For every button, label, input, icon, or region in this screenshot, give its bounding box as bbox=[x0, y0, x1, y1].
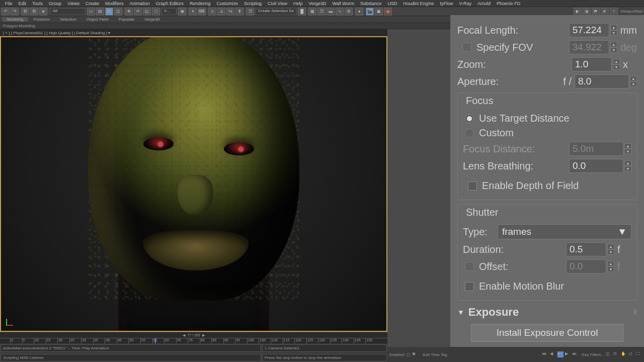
menu-substance[interactable]: Substance bbox=[357, 1, 385, 6]
named-selection-dropdown[interactable]: Create Selection Se bbox=[256, 8, 296, 15]
menu-vray[interactable]: V-Ray bbox=[456, 1, 475, 6]
selection-filter-dropdown[interactable]: All bbox=[50, 8, 86, 15]
lens-breathing-spinner[interactable]: ▲▼ bbox=[624, 160, 631, 171]
enable-dof-checkbox[interactable] bbox=[468, 182, 477, 191]
focal-length-spinner[interactable]: ▲▼ bbox=[610, 25, 617, 36]
menu-wallworm[interactable]: Wall Worm bbox=[329, 1, 357, 6]
time-cursor[interactable] bbox=[155, 338, 156, 343]
play-button[interactable]: ▶ bbox=[557, 351, 564, 357]
redo-button[interactable]: ↷ bbox=[11, 8, 19, 16]
use-target-radio[interactable] bbox=[465, 114, 474, 123]
pan-button[interactable]: ✋ bbox=[621, 351, 627, 357]
shutter-type-select[interactable]: frames▼ bbox=[498, 224, 631, 239]
align-button[interactable]: ▦ bbox=[308, 8, 316, 16]
menu-scripting[interactable]: Scripting bbox=[241, 1, 265, 6]
zoom-spinner[interactable]: ▲▼ bbox=[613, 59, 620, 70]
bind-button[interactable]: ◈ bbox=[39, 8, 47, 16]
viewport[interactable] bbox=[0, 36, 387, 332]
lens-breathing-input[interactable]: 0.0 bbox=[569, 159, 623, 173]
orbit-button[interactable]: ⭯ bbox=[628, 351, 634, 357]
select-button[interactable]: ▭ bbox=[87, 8, 95, 16]
menu-create[interactable]: Create bbox=[83, 1, 102, 6]
window-crossing-button[interactable]: ◫ bbox=[114, 8, 122, 16]
tool-c-icon[interactable]: ◓ bbox=[592, 8, 600, 16]
enabled-toggle[interactable]: ◉ bbox=[412, 351, 418, 357]
select-region-button[interactable]: ▭ bbox=[105, 8, 113, 16]
tool-b-icon[interactable]: ◑ bbox=[583, 8, 591, 16]
menu-tools[interactable]: Tools bbox=[29, 1, 46, 6]
menu-verge3d[interactable]: Verge3D bbox=[305, 1, 329, 6]
move-button[interactable]: ✥ bbox=[125, 8, 133, 16]
select-name-button[interactable]: ▤ bbox=[96, 8, 104, 16]
render-setup-button[interactable]: 🎬 bbox=[366, 8, 374, 16]
percent-snap-button[interactable]: % bbox=[226, 8, 234, 16]
spinner-snap-button[interactable]: ⬍ bbox=[235, 8, 244, 16]
ribbon-tab-selection[interactable]: Selection bbox=[55, 17, 82, 22]
next-frame-button[interactable]: ▶ bbox=[565, 351, 571, 357]
time-slider[interactable]: ◀ 77 / 200 ▶ bbox=[0, 332, 387, 338]
maxscript-listener[interactable]: Scripting MINI Listener bbox=[1, 354, 261, 361]
zoom-input[interactable]: 1.0 bbox=[572, 57, 612, 71]
goto-end-button[interactable]: ⏭ bbox=[573, 351, 579, 357]
menu-animation[interactable]: Animation bbox=[126, 1, 152, 6]
custom-radio[interactable] bbox=[465, 129, 474, 138]
enable-mb-checkbox[interactable] bbox=[465, 282, 474, 291]
offset-checkbox[interactable] bbox=[465, 262, 474, 271]
pivot-button[interactable]: ◉ bbox=[178, 8, 186, 16]
maximize-button[interactable]: ⛶ bbox=[636, 351, 642, 357]
angle-snap-button[interactable]: ∠ bbox=[217, 8, 225, 16]
menu-customize[interactable]: Customize bbox=[214, 1, 242, 6]
menu-rendering[interactable]: Rendering bbox=[187, 1, 214, 6]
menu-usd[interactable]: USD bbox=[385, 1, 400, 6]
menu-group[interactable]: Group bbox=[46, 1, 64, 6]
undo-button[interactable]: ↶ bbox=[2, 8, 10, 16]
menu-views[interactable]: Views bbox=[64, 1, 83, 6]
prev-frame-button[interactable]: ◀ bbox=[550, 351, 556, 357]
snap-button[interactable]: 3 bbox=[208, 8, 216, 16]
ribbon-tab-verge3d[interactable]: Verge3D bbox=[139, 17, 165, 22]
placement-button[interactable]: ⬡ bbox=[152, 8, 160, 16]
menu-arnold[interactable]: Arnold bbox=[474, 1, 494, 6]
scale-button[interactable]: ◱ bbox=[143, 8, 151, 16]
rotate-button[interactable]: ⟳ bbox=[134, 8, 142, 16]
keyboard-button[interactable]: ⌨ bbox=[198, 8, 206, 16]
render-button[interactable]: 🫖 bbox=[384, 8, 392, 16]
layers-button[interactable]: ☰ bbox=[317, 8, 326, 16]
menu-modifiers[interactable]: Modifiers bbox=[102, 1, 127, 6]
exposure-section-header[interactable]: ▼ Exposure ⠿ bbox=[457, 306, 637, 319]
material-editor-button[interactable]: ● bbox=[355, 8, 363, 16]
menu-houdini[interactable]: Houdini Engine bbox=[400, 1, 437, 6]
render-frame-button[interactable]: ▣ bbox=[375, 8, 383, 16]
unlink-button[interactable]: ⛓ bbox=[30, 8, 38, 16]
link-button[interactable]: ⛓ bbox=[21, 8, 29, 16]
ribbon-tab-objectpaint[interactable]: Object Paint bbox=[82, 17, 114, 22]
specify-fov-checkbox[interactable] bbox=[462, 43, 471, 52]
ribbon-tab-populate[interactable]: Populate bbox=[113, 17, 139, 22]
schematic-button[interactable]: ⊞ bbox=[345, 8, 353, 16]
mirror-button[interactable]: ▐▌ bbox=[298, 8, 306, 16]
manipulate-button[interactable]: ✦ bbox=[189, 8, 197, 16]
menu-phoenix[interactable]: Phoenix FD bbox=[494, 1, 523, 6]
help-icon[interactable]: ? bbox=[610, 8, 618, 16]
tool-d-icon[interactable]: ⊕ bbox=[601, 8, 609, 16]
goto-start-button[interactable]: ⏮ bbox=[542, 351, 548, 357]
isolate-button[interactable]: ◫ bbox=[606, 351, 612, 357]
menu-edit[interactable]: Edit bbox=[16, 1, 30, 6]
duration-input[interactable]: 0.5 bbox=[566, 242, 606, 256]
refcoord-dropdown[interactable]: V… bbox=[162, 8, 177, 15]
ribbon-tab-modeling[interactable]: Modeling bbox=[2, 17, 28, 22]
zoom-ext-button[interactable]: ⊡ bbox=[613, 351, 619, 357]
ribbon-tab-freeform[interactable]: Freeform bbox=[28, 17, 54, 22]
menu-civilview[interactable]: Civil View bbox=[265, 1, 290, 6]
duration-spinner[interactable]: ▲▼ bbox=[607, 244, 614, 255]
menu-grapheditors[interactable]: Graph Editors bbox=[152, 1, 187, 6]
viewport-label[interactable]: [ + ] [ PhysCamera001 ] [ High Quality ]… bbox=[0, 29, 387, 36]
aperture-spinner[interactable]: ▲▼ bbox=[630, 76, 637, 87]
curve-editor-button[interactable]: ∿ bbox=[336, 8, 344, 16]
key-filters[interactable]: Key Filters... bbox=[582, 352, 604, 357]
menu-help[interactable]: Help bbox=[290, 1, 306, 6]
named-sel-button[interactable]: ☰ bbox=[246, 8, 254, 16]
toggle-ribbon-button[interactable]: ▬ bbox=[327, 8, 335, 16]
aperture-input[interactable]: 8.0 bbox=[575, 74, 629, 88]
focal-length-input[interactable]: 57.224 bbox=[569, 23, 609, 37]
